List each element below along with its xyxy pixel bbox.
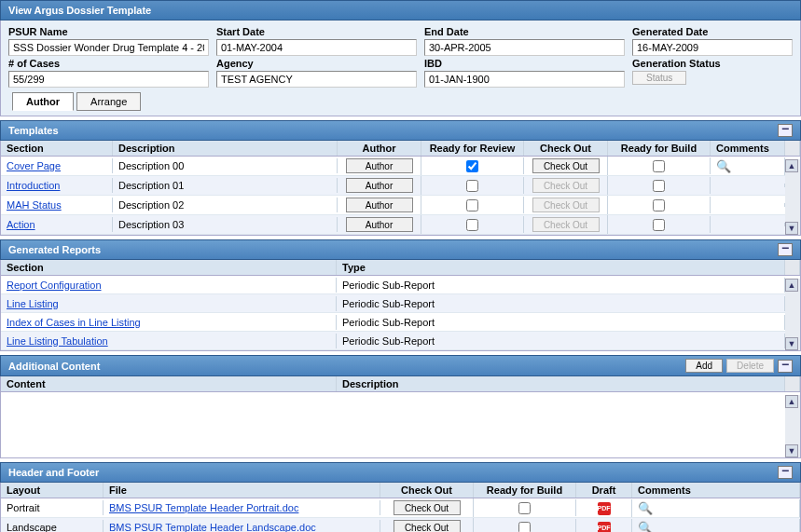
reports-collapse-icon[interactable]: − bbox=[778, 243, 793, 256]
agency-label: Agency bbox=[216, 58, 417, 69]
template-link[interactable]: MAH Status bbox=[7, 199, 62, 211]
checkout-button: Check Out bbox=[532, 178, 600, 193]
reports-body: Section Type Report Configuration Period… bbox=[0, 260, 801, 351]
rfr-checkbox[interactable] bbox=[466, 160, 478, 172]
start-date-label: Start Date bbox=[216, 26, 417, 37]
rfb-checkbox[interactable] bbox=[518, 502, 531, 514]
window-title: View Argus Dossier Template bbox=[0, 0, 801, 20]
pdf-icon[interactable]: PDF bbox=[598, 522, 611, 533]
checkout-button[interactable]: Check Out bbox=[394, 500, 461, 515]
col-draft: Draft bbox=[576, 483, 632, 498]
end-date-label: End Date bbox=[424, 26, 625, 37]
col-description: Description bbox=[337, 376, 785, 391]
rfb-checkbox[interactable] bbox=[518, 522, 531, 532]
template-desc: Description 02 bbox=[113, 198, 338, 212]
end-date-input[interactable] bbox=[424, 39, 625, 56]
scroll-down-icon[interactable]: ▼ bbox=[785, 222, 798, 235]
ibd-input[interactable] bbox=[424, 71, 625, 88]
col-comments: Comments bbox=[711, 141, 785, 156]
scroll-down-icon[interactable]: ▼ bbox=[785, 444, 798, 457]
hf-collapse-icon[interactable]: − bbox=[778, 466, 793, 479]
hf-body: Layout File Check Out Ready for Build Dr… bbox=[0, 483, 801, 532]
rfb-checkbox[interactable] bbox=[653, 199, 665, 211]
reports-title: Generated Reports bbox=[8, 244, 101, 255]
binoculars-icon[interactable]: 🔍 bbox=[638, 521, 653, 533]
template-desc: Description 01 bbox=[113, 178, 338, 193]
rfr-checkbox[interactable] bbox=[466, 199, 478, 211]
checkout-button[interactable]: Check Out bbox=[532, 158, 600, 173]
generated-date-label: Generated Date bbox=[632, 26, 793, 37]
rfr-checkbox[interactable] bbox=[466, 219, 478, 231]
psur-name-input[interactable] bbox=[8, 39, 209, 56]
author-button[interactable]: Author bbox=[346, 178, 413, 193]
report-link[interactable]: Line Listing Tabulation bbox=[7, 335, 108, 347]
author-button[interactable]: Author bbox=[346, 217, 413, 232]
col-check-out: Check Out bbox=[524, 141, 608, 156]
reports-header: Generated Reports − bbox=[0, 239, 801, 260]
tab-arrange[interactable]: Arrange bbox=[76, 92, 141, 111]
report-link[interactable]: Line Listing bbox=[7, 298, 59, 309]
rfb-checkbox[interactable] bbox=[653, 160, 665, 172]
hf-file-link[interactable]: BMS PSUR Template Header Portrait.doc bbox=[109, 502, 298, 513]
delete-button: Delete bbox=[726, 359, 774, 373]
templates-collapse-icon[interactable]: − bbox=[778, 124, 793, 137]
scroll-up-icon[interactable]: ▲ bbox=[785, 395, 798, 408]
template-desc: Description 03 bbox=[113, 217, 338, 232]
author-button[interactable]: Author bbox=[346, 158, 413, 173]
hf-layout-value: Portrait bbox=[1, 500, 104, 515]
col-author: Author bbox=[338, 141, 421, 156]
report-type: Periodic Sub-Report bbox=[337, 296, 785, 311]
col-file: File bbox=[104, 483, 380, 498]
num-cases-input[interactable] bbox=[8, 71, 209, 88]
gen-status-button[interactable]: Status bbox=[632, 71, 686, 85]
binoculars-icon[interactable]: 🔍 bbox=[638, 501, 653, 515]
psur-name-label: PSUR Name bbox=[8, 26, 209, 37]
col-content: Content bbox=[1, 376, 337, 391]
start-date-input[interactable] bbox=[216, 39, 417, 56]
rfr-checkbox[interactable] bbox=[466, 180, 478, 192]
templates-header: Templates − bbox=[0, 120, 801, 141]
template-link[interactable]: Introduction bbox=[7, 180, 60, 191]
report-type: Periodic Sub-Report bbox=[337, 278, 785, 293]
rfb-checkbox[interactable] bbox=[653, 180, 665, 192]
author-button[interactable]: Author bbox=[346, 198, 413, 212]
agency-input[interactable] bbox=[216, 71, 417, 88]
binoculars-icon[interactable]: 🔍 bbox=[716, 159, 731, 173]
col-section: Section bbox=[1, 141, 113, 156]
tab-author[interactable]: Author bbox=[12, 92, 74, 111]
col-type: Type bbox=[337, 260, 785, 275]
report-type: Periodic Sub-Report bbox=[337, 334, 785, 348]
hf-layout-value: Landscape bbox=[1, 520, 104, 532]
scroll-down-icon[interactable]: ▼ bbox=[785, 337, 798, 350]
add-button[interactable]: Add bbox=[685, 359, 723, 373]
rfb-checkbox[interactable] bbox=[653, 219, 665, 231]
pdf-icon[interactable]: PDF bbox=[598, 502, 611, 515]
additional-body: Content Description ▲ ▼ bbox=[0, 376, 801, 458]
report-type: Periodic Sub-Report bbox=[337, 315, 785, 330]
template-link[interactable]: Action bbox=[7, 219, 35, 230]
report-link[interactable]: Report Configuration bbox=[7, 280, 102, 291]
hf-title: Header and Footer bbox=[8, 467, 99, 478]
col-layout: Layout bbox=[1, 483, 104, 498]
header-form: PSUR Name Start Date End Date Generated … bbox=[0, 20, 801, 116]
hf-file-link[interactable]: BMS PSUR Template Header Landscape.doc bbox=[109, 522, 316, 532]
report-link[interactable]: Index of Cases in Line Listing bbox=[7, 317, 141, 328]
template-desc: Description 00 bbox=[113, 158, 338, 173]
col-check-out: Check Out bbox=[380, 483, 474, 498]
checkout-button: Check Out bbox=[532, 217, 600, 232]
gen-status-label: Generation Status bbox=[632, 58, 793, 69]
templates-body: Section Description Author Ready for Rev… bbox=[0, 141, 801, 236]
checkout-button[interactable]: Check Out bbox=[394, 520, 461, 532]
template-link[interactable]: Cover Page bbox=[7, 160, 61, 171]
col-ready-for-build: Ready for Build bbox=[474, 483, 576, 498]
scroll-up-icon[interactable]: ▲ bbox=[785, 159, 798, 172]
ibd-label: IBD bbox=[424, 58, 625, 69]
col-ready-for-build: Ready for Build bbox=[608, 141, 711, 156]
col-ready-for-review: Ready for Review bbox=[421, 141, 524, 156]
templates-title: Templates bbox=[8, 125, 59, 136]
scroll-up-icon[interactable]: ▲ bbox=[785, 279, 798, 292]
additional-collapse-icon[interactable]: − bbox=[778, 360, 793, 373]
additional-title: Additional Content bbox=[8, 361, 100, 372]
generated-date-input[interactable] bbox=[632, 39, 793, 56]
col-description: Description bbox=[113, 141, 338, 156]
